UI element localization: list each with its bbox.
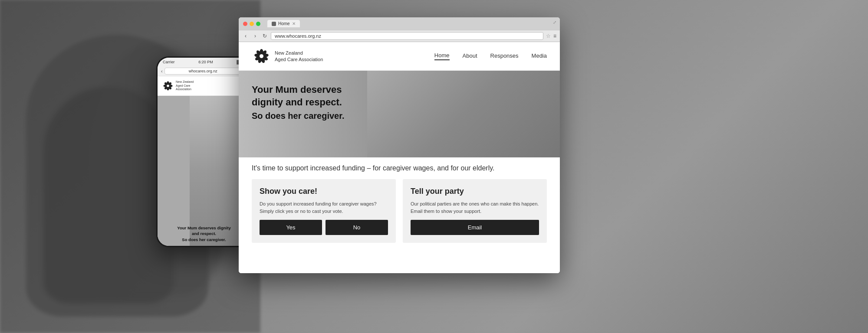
svg-point-8	[167, 85, 169, 87]
card-right-buttons: Email	[411, 220, 539, 235]
nav-home[interactable]: Home	[434, 52, 450, 60]
hero-title: Your Mum deserves dignity and respect.	[252, 84, 344, 108]
browser-chrome: Home ✕ ⤢ ‹ › ↻ www.whocares.org.nz ☆ ≡	[239, 17, 560, 42]
phone-back-btn[interactable]: ‹	[161, 69, 163, 74]
nav-about[interactable]: About	[463, 52, 477, 60]
hero-subtitle: So does her caregiver.	[252, 111, 344, 121]
hero-text: Your Mum deserves dignity and respect. S…	[252, 84, 344, 121]
nav-media[interactable]: Media	[532, 52, 547, 60]
phone-logo-icon	[162, 80, 174, 92]
tagline: It's time to support increased funding –…	[252, 164, 547, 172]
card-show-you-care: Show you care! Do you support increased …	[252, 179, 396, 243]
browser-toolbar: ‹ › ↻ www.whocares.org.nz ☆ ≡	[239, 30, 560, 42]
logo-icon	[252, 46, 271, 66]
window-controls	[243, 22, 260, 26]
carrier-text: Carrier	[163, 60, 175, 64]
tab-favicon	[272, 22, 276, 26]
site-main: It's time to support increased funding –…	[239, 157, 560, 273]
site-logo: New Zealand Aged Care Association	[252, 46, 323, 66]
tab-close-icon[interactable]: ✕	[292, 21, 296, 26]
nav-responses[interactable]: Responses	[490, 52, 519, 60]
website-content: New Zealand Aged Care Association Home A…	[239, 42, 560, 273]
tab-label: Home	[278, 21, 290, 26]
card-left-title: Show you care!	[260, 187, 388, 196]
phone-hero-caption: Your Mum deserves dignity and respect. S…	[161, 225, 247, 242]
phone-logo: New Zealand Aged Care Association	[162, 80, 194, 92]
browser-tab[interactable]: Home ✕	[267, 20, 300, 27]
yes-button[interactable]: Yes	[260, 220, 322, 235]
site-hero: Your Mum deserves dignity and respect. S…	[239, 71, 560, 157]
address-text: www.whocares.org.nz	[275, 33, 321, 39]
svg-point-18	[260, 54, 263, 58]
minimize-button[interactable]	[250, 22, 254, 26]
card-left-buttons: Yes No	[260, 220, 388, 235]
back-button[interactable]: ‹	[242, 33, 249, 39]
hero-people-image	[367, 71, 560, 157]
email-button[interactable]: Email	[411, 220, 539, 235]
phone-address-input[interactable]: whocares.org.nz	[164, 68, 242, 75]
card-left-body: Do you support increased funding for car…	[260, 200, 388, 215]
refresh-button[interactable]: ↻	[261, 33, 268, 39]
maximize-button[interactable]	[256, 22, 260, 26]
expand-icon[interactable]: ⤢	[553, 20, 556, 25]
browser-menu-icon[interactable]: ≡	[553, 33, 556, 39]
phone-mockup: Carrier 6:20 PM ▓▓▓ ‹ whocares.org.nz ↻	[156, 56, 252, 247]
phone-site-nav: New Zealand Aged Care Association ☰	[158, 76, 250, 96]
close-button[interactable]	[243, 22, 247, 26]
logo-text: New Zealand Aged Care Association	[275, 50, 323, 62]
card-right-title: Tell your party	[411, 187, 539, 196]
card-tell-your-party: Tell your party Our political parties ar…	[403, 179, 547, 243]
forward-button[interactable]: ›	[252, 33, 259, 39]
phone-address-bar: ‹ whocares.org.nz ↻	[158, 66, 250, 76]
card-right-body: Our political parties are the ones who c…	[411, 200, 539, 215]
browser-titlebar: Home ✕ ⤢	[239, 17, 560, 30]
phone-status-bar: Carrier 6:20 PM ▓▓▓	[158, 58, 250, 66]
time-text: 6:20 PM	[198, 60, 213, 64]
bookmark-icon[interactable]: ☆	[546, 33, 551, 39]
address-bar[interactable]: www.whocares.org.nz	[271, 32, 543, 40]
cards-row: Show you care! Do you support increased …	[252, 179, 547, 243]
site-nav: Home About Responses Media	[434, 52, 547, 60]
phone-screen: Carrier 6:20 PM ▓▓▓ ‹ whocares.org.nz ↻	[158, 58, 250, 246]
browser-window: Home ✕ ⤢ ‹ › ↻ www.whocares.org.nz ☆ ≡	[239, 17, 560, 273]
phone-logo-text: New Zealand Aged Care Association	[176, 80, 194, 91]
phone-hero: Your Mum deserves dignity and respect. S…	[158, 96, 250, 246]
site-header: New Zealand Aged Care Association Home A…	[239, 42, 560, 71]
no-button[interactable]: No	[326, 220, 388, 235]
